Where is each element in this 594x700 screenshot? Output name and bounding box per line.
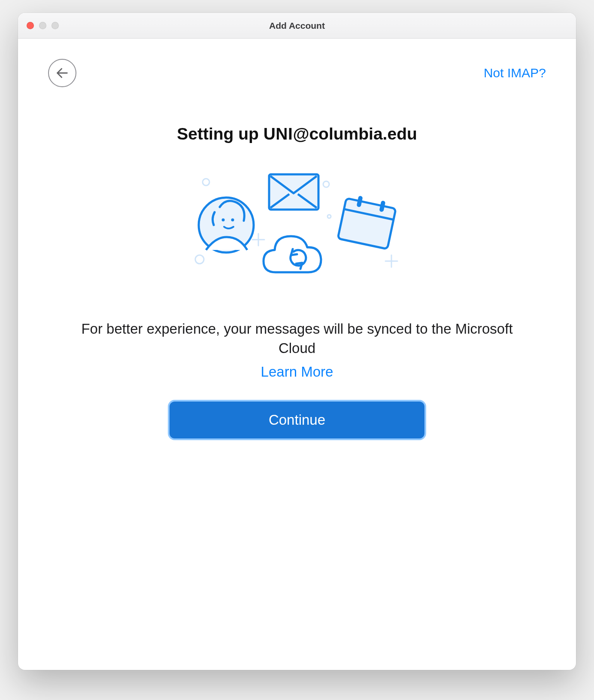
svg-point-2 [323,181,329,187]
svg-rect-15 [338,198,396,249]
sync-description: For better experience, your messages wil… [48,320,546,358]
continue-button[interactable]: Continue [170,402,424,438]
svg-point-4 [195,255,204,264]
learn-more-link[interactable]: Learn More [48,364,546,380]
window-title: Add Account [18,21,576,31]
svg-point-3 [327,215,331,218]
setup-heading: Setting up UNI@columbia.edu [48,125,546,143]
svg-point-1 [203,179,209,186]
back-button[interactable] [48,59,76,87]
content-topbar: Not IMAP? [48,56,546,90]
arrow-left-icon [55,66,70,80]
heading-suffix: @columbia.edu [293,125,417,143]
svg-point-10 [222,219,225,222]
heading-prefix: Setting up [177,125,263,143]
content-area: Not IMAP? Setting up UNI@columbia.edu [18,39,576,670]
titlebar: Add Account [18,13,576,39]
sync-illustration [164,169,430,289]
not-imap-link[interactable]: Not IMAP? [484,66,546,80]
heading-uni: UNI [264,125,293,143]
cloud-sync-icon [264,236,321,272]
add-account-window: Add Account Not IMAP? Setting up UNI@col… [18,13,576,670]
calendar-icon [338,193,397,249]
avatar-icon [199,198,254,253]
svg-point-11 [231,219,234,222]
envelope-icon [269,174,318,210]
